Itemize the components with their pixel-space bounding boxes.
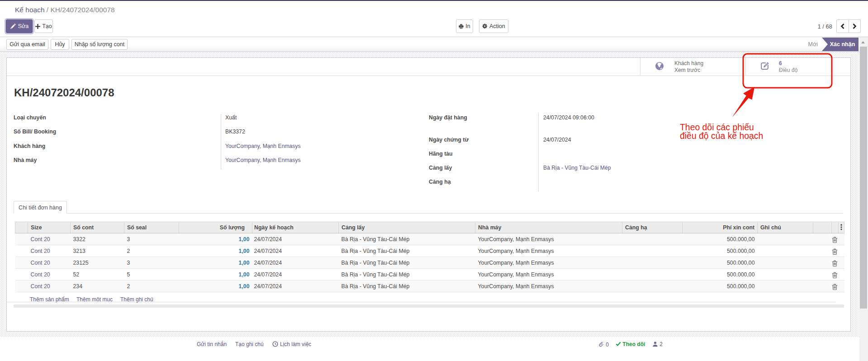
svg-text:điều độ của kế hoạch: điều độ của kế hoạch <box>680 131 763 141</box>
